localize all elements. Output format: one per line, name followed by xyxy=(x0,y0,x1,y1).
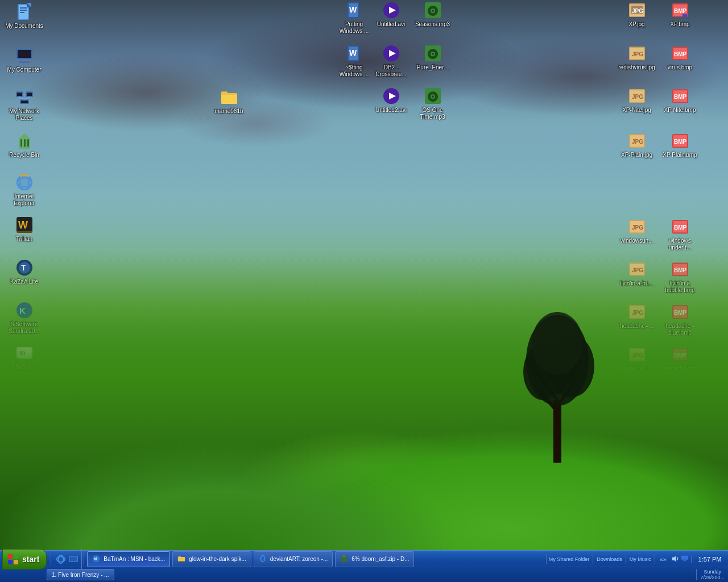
sisoft-icon: Si xyxy=(15,344,34,362)
desktop-icon-cacheman[interactable]: Cacheman xyxy=(3,431,46,458)
tray-expand[interactable]: «» xyxy=(657,556,669,563)
desktop-icon-xp-bmp[interactable]: BMP XP.bmp xyxy=(659,1,701,28)
desktop-icon-untitled-avi[interactable]: Untitled.avi xyxy=(370,1,412,28)
desktop-icon-pure-ener[interactable]: Pure_Ener... xyxy=(411,44,454,72)
desktop-icon-headache-bmp[interactable]: BMP headache.bmp xyxy=(659,346,701,373)
my-documents-label: My Documents xyxy=(4,22,44,30)
taskbar-item-glow[interactable]: glow-in-the-dark spik... xyxy=(172,551,251,567)
desktop-icon-sisoft[interactable]: Si SiSoftware Sandra 20... xyxy=(3,344,46,378)
xp-nite-bmp-label: XP Nite.bmp xyxy=(663,106,697,114)
desktop-icon-recycle-bin[interactable]: Recycle Bin xyxy=(3,132,46,159)
dark-cubed-bmp-label: darkcubed.bmp xyxy=(665,408,695,422)
desktop-icon-headache-jpg[interactable]: JPG headache.jpg xyxy=(615,346,658,373)
my-shared-folder-label[interactable]: My Shared Folder xyxy=(549,556,590,562)
trillian-label: KaZaA Lite xyxy=(9,278,39,286)
desktop-icon-dark-cubed-bmp[interactable]: BMP darkcubed.bmp xyxy=(659,388,701,422)
downloads-label[interactable]: Downloads xyxy=(597,556,622,562)
svg-text:BMP: BMP xyxy=(674,352,687,359)
svg-rect-133 xyxy=(672,390,688,404)
svg-rect-39 xyxy=(16,231,32,233)
headache-blue-label: headache -blue.bmp xyxy=(664,322,695,337)
tting-windows-icon: W xyxy=(345,44,363,63)
desktop-icon-seasons-mp3[interactable]: Seasons.mp3 xyxy=(411,1,454,28)
svg-rect-122 xyxy=(673,306,687,318)
svg-text:BMP: BMP xyxy=(674,438,687,444)
desktop-icon-mame[interactable]: mame061b xyxy=(208,88,250,115)
svg-rect-136 xyxy=(629,433,645,447)
svg-rect-148 xyxy=(8,554,13,559)
svg-rect-11 xyxy=(20,7,27,9)
svg-rect-116 xyxy=(673,264,687,275)
taskbar-item-deviantart[interactable]: deviantART; zoreon -... xyxy=(254,551,333,567)
svg-text:W: W xyxy=(18,219,28,231)
xp-bmp-icon: BMP xyxy=(671,1,689,19)
taskbar-item-doom-zip[interactable]: 6% doom_asf.zip - D... xyxy=(335,551,414,567)
desktop-icon-my-documents[interactable]: My Documents xyxy=(3,3,46,30)
desktop-icon-livin-bubble[interactable]: BMP livin'in abubble.bmp xyxy=(659,260,701,294)
desktop-icon-dark-cubed-jpg[interactable]: JPG dark-cubed... xyxy=(615,388,658,415)
desktop-icon-db2[interactable]: DB2 -Crossbree... xyxy=(370,44,412,78)
desktop-icon-untitled2-avi[interactable]: Untitled2.avi xyxy=(370,87,412,114)
taskbar-icon-doom-zip xyxy=(340,555,349,564)
desktop-icon-putting-windows[interactable]: W PuttingWindows ... xyxy=(333,1,375,35)
desktop-icon-xp-plain-jpg[interactable]: JPG XP-Plain.jpg xyxy=(615,132,658,159)
desktop-icon-livin-bu[interactable]: JPG livin'in-a-bu... xyxy=(615,260,658,288)
desktop-icon-xp-plain-bmp[interactable]: BMP XP Plain.bmp xyxy=(659,132,701,159)
desktop-icon-scifi-x2-bmp[interactable]: BMP sci-fi [] hi-fi x2.bmp xyxy=(659,476,701,510)
redishvirus-label: redishvirus.jpg xyxy=(617,64,656,72)
desktop-icon-xp-jpg[interactable]: JPG XP.jpg xyxy=(615,1,658,28)
desktop-icon-trillian[interactable]: T KaZaA Lite xyxy=(3,259,46,286)
desktop-icon-redishvirus[interactable]: JPG redishvirus.jpg xyxy=(615,44,658,72)
desktop-icon-kazaa[interactable]: K SiSoftware Sandra 20... xyxy=(3,301,46,335)
my-music-label[interactable]: My Music xyxy=(630,556,651,562)
desktop-icon-flask[interactable]: flask Cacheman xyxy=(3,386,46,414)
desktop-icon-os-one-time[interactable]: OS OneTime.mp3 xyxy=(411,87,454,121)
svg-rect-142 xyxy=(629,479,645,492)
tree-decoration xyxy=(520,309,594,463)
desktop-icon-scifi-jpg[interactable]: JPG sci-fi [] hi-fi.jpg xyxy=(615,431,658,458)
desktop-icon-xp-nite-bmp[interactable]: BMP XP Nite.bmp xyxy=(659,87,701,114)
desktop-icon-my-computer[interactable]: My Computer xyxy=(3,47,46,74)
taskbar-item-five-iron[interactable]: 1. Five Iron Frenzy - ... xyxy=(47,569,114,580)
untitled-avi-label: Untitled.avi xyxy=(376,20,406,28)
speaker-icon[interactable] xyxy=(671,555,679,564)
desktop-icon-headache-blue[interactable]: BMP headache -blue.bmp xyxy=(659,303,701,337)
svg-rect-156 xyxy=(70,556,78,561)
ie-label: Internet Explorer xyxy=(3,193,46,207)
ql-desktop-icon[interactable] xyxy=(68,554,79,565)
taskbar-item-batman[interactable]: M BaTmAn : MSN - back... xyxy=(87,551,170,567)
svg-line-27 xyxy=(24,97,30,99)
desktop-icon-headache-dash[interactable]: JPG headache--... xyxy=(615,303,658,330)
desktop-icon-tting-windows[interactable]: W ~$ttingWindows ... xyxy=(333,44,375,78)
desktop-icon-windows-under[interactable]: BMP windowsunder t... xyxy=(659,218,701,252)
svg-rect-112 xyxy=(629,263,645,276)
svg-rect-145 xyxy=(672,479,688,492)
livin-bubble-label: livin'in abubble.bmp xyxy=(664,280,696,294)
date-area[interactable]: Sunday7/28/200... xyxy=(696,569,728,580)
ql-ie-icon[interactable] xyxy=(55,554,67,565)
desktop-icon-my-network[interactable]: My Network Places xyxy=(3,88,46,122)
svg-point-79 xyxy=(504,432,520,448)
svg-rect-19 xyxy=(19,61,30,63)
svg-point-152 xyxy=(56,555,65,564)
xp-nite-bmp-icon: BMP xyxy=(671,87,689,105)
clock[interactable]: 1:57 PM xyxy=(691,556,728,563)
svg-point-40 xyxy=(16,260,32,276)
desktop-icon-scifi-bmp[interactable]: BMP sci-fi []hi-fi.bmp xyxy=(659,431,701,465)
network-tray-icon[interactable] xyxy=(681,555,689,564)
desktop-icon-xp-nite-jpg[interactable]: JPG XP-Nite.jpg xyxy=(615,87,658,114)
desktop-icon-scifi-x2-jpg[interactable]: JPG sci-fi [] hi-fi x2.jpg xyxy=(615,476,658,510)
desktop-icon-virus-bmp[interactable]: BMP virus.bmp xyxy=(659,44,701,72)
xp-plain-bmp-icon: BMP xyxy=(671,132,689,150)
windows-under-icon: BMP xyxy=(671,218,689,236)
desktop-icon-winamp[interactable]: W Trillian xyxy=(3,216,46,243)
recycle-bin-label: Recycle Bin xyxy=(8,151,40,159)
start-button[interactable]: start xyxy=(2,549,47,569)
xp-plain-jpg-label: XP-Plain.jpg xyxy=(620,151,653,159)
desktop-icon-windowsun[interactable]: JPG windowsun... xyxy=(615,218,658,245)
svg-text:T: T xyxy=(21,263,26,272)
untitled2-avi-label: Untitled2.avi xyxy=(374,106,408,114)
seasons-mp3-icon xyxy=(424,1,442,19)
svg-text:BMP: BMP xyxy=(674,51,687,57)
desktop-icon-ie[interactable]: Internet Explorer xyxy=(3,173,46,207)
